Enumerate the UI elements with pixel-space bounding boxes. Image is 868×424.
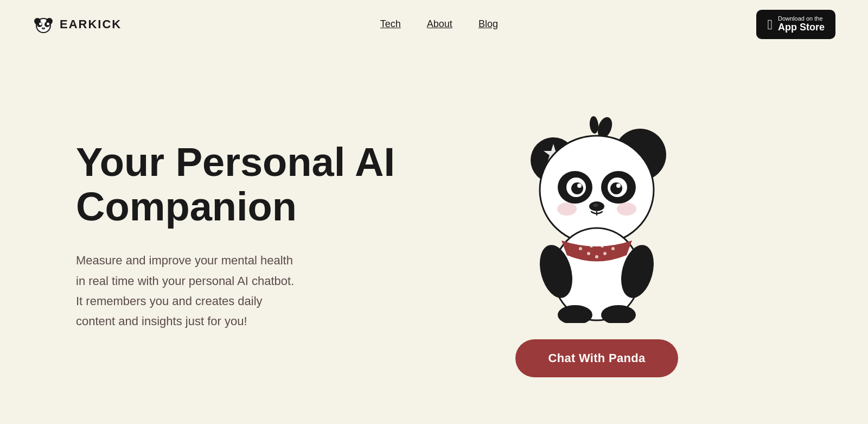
navigation: EARKICK Tech About Blog  Download on th… bbox=[0, 0, 868, 49]
chat-with-panda-button[interactable]: Chat With Panda bbox=[515, 339, 678, 377]
logo-icon bbox=[33, 14, 54, 35]
svg-point-19 bbox=[571, 182, 583, 194]
svg-point-21 bbox=[577, 183, 582, 188]
app-store-button[interactable]:  Download on the App Store bbox=[756, 10, 835, 39]
hero-section: Your Personal AI Companion Measure and i… bbox=[0, 49, 868, 402]
svg-point-27 bbox=[617, 202, 636, 216]
svg-point-6 bbox=[47, 22, 49, 25]
svg-point-8 bbox=[43, 27, 44, 28]
download-on-label: Download on the bbox=[778, 15, 823, 22]
nav-link-about[interactable]: About bbox=[427, 18, 452, 30]
nav-links: Tech About Blog bbox=[380, 18, 498, 30]
svg-point-30 bbox=[579, 247, 582, 250]
apple-icon:  bbox=[767, 17, 773, 31]
panda-illustration bbox=[505, 95, 689, 323]
svg-point-10 bbox=[589, 116, 599, 134]
hero-title: Your Personal AI Companion bbox=[76, 140, 401, 229]
hero-right: Chat With Panda bbox=[401, 95, 792, 377]
svg-point-5 bbox=[39, 22, 42, 25]
nav-link-blog[interactable]: Blog bbox=[478, 18, 498, 30]
svg-point-36 bbox=[601, 244, 604, 248]
hero-left: Your Personal AI Companion Measure and i… bbox=[76, 140, 401, 331]
logo-text: EARKICK bbox=[60, 17, 122, 31]
svg-point-22 bbox=[616, 183, 621, 188]
svg-point-34 bbox=[611, 247, 615, 250]
svg-point-32 bbox=[595, 255, 598, 258]
app-store-text: Download on the App Store bbox=[778, 15, 825, 34]
svg-point-20 bbox=[610, 182, 622, 194]
svg-point-31 bbox=[587, 252, 590, 255]
hero-description: Measure and improve your mental health i… bbox=[76, 250, 304, 332]
nav-link-tech[interactable]: Tech bbox=[380, 18, 401, 30]
svg-point-24 bbox=[593, 204, 598, 207]
svg-point-35 bbox=[590, 244, 593, 248]
svg-point-33 bbox=[603, 252, 607, 255]
svg-point-26 bbox=[557, 202, 577, 216]
logo[interactable]: EARKICK bbox=[33, 14, 122, 35]
app-store-label: App Store bbox=[778, 22, 825, 34]
